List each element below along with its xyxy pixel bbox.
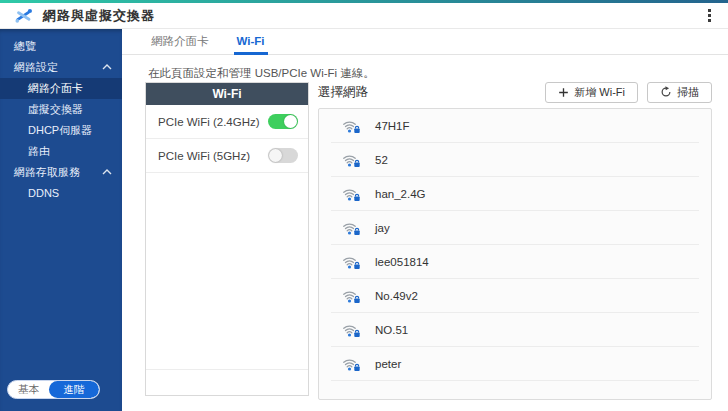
network-ssid: han_2.4G [375,188,426,200]
adapter-toggle[interactable] [268,148,298,163]
tab-wifi[interactable]: Wi-Fi [234,29,268,55]
sidebar-item-label: 總覽 [14,40,36,52]
adapter-toggle[interactable] [268,114,298,129]
page-title: 網路與虛擬交換器 [43,7,155,25]
network-row[interactable]: No.49v2 [319,279,711,313]
network-panel-header: 選擇網路 新增 Wi-Fi 掃描 [318,80,712,104]
network-row[interactable]: NO.51 [319,313,711,347]
network-ssid: No.49v2 [375,290,418,302]
network-ssid: peter [375,358,401,370]
wifi-secured-icon [343,254,361,270]
sidebar: 總覽 網路設定 網路介面卡 虛擬交換器 DHCP伺服器 路由 網路存取服務 DD… [0,29,122,411]
lock-badge-icon [354,160,359,167]
sidebar-item-ddns[interactable]: DDNS [0,183,122,204]
network-panel-title: 選擇網路 [318,84,368,101]
scan-refresh-icon [660,86,672,98]
plus-icon [558,87,569,98]
wifi-secured-icon [343,356,361,372]
lock-badge-icon [354,364,359,371]
network-select-panel: 選擇網路 新增 Wi-Fi 掃描 [318,80,712,400]
sidebar-item-label: DHCP伺服器 [28,124,92,136]
tab-bar: 網路介面卡 Wi-Fi [122,29,728,55]
sidebar-item-虛擬交換器[interactable]: 虛擬交換器 [0,99,122,120]
kebab-menu-icon[interactable] [702,7,716,25]
chevron-up-icon [102,64,112,70]
network-ssid: NO.51 [375,324,408,336]
sidebar-item-網路設定[interactable]: 網路設定 [0,57,122,78]
network-list: 47H1F 52 [318,108,712,400]
add-wifi-button[interactable]: 新增 Wi-Fi [545,82,638,103]
wifi-secured-icon [343,118,361,134]
sidebar-item-label: 路由 [28,145,50,157]
adapter-name: PCIe WiFi (2.4GHz) [158,116,260,128]
wifi-secured-icon [343,186,361,202]
lock-badge-icon [354,126,359,133]
sidebar-item-dhcp伺服器[interactable]: DHCP伺服器 [0,120,122,141]
sidebar-item-label: 網路設定 [14,61,58,73]
wifi-adapter-panel: Wi-Fi PCIe WiFi (2.4GHz) PCIe WiFi (5GHz… [145,82,309,396]
main-content: 網路介面卡 Wi-Fi 在此頁面設定和管理 USB/PCIe Wi-Fi 連線。… [122,29,728,411]
wifi-secured-icon [343,288,361,304]
network-panel-actions: 新增 Wi-Fi 掃描 [545,82,712,103]
app-window: 網路與虛擬交換器 總覽 網路設定 網路介面卡 虛擬交換器 DHCP伺服器 路由 … [0,0,728,411]
mode-advanced-button[interactable]: 進階 [49,381,99,398]
scan-label: 掃描 [677,85,699,100]
add-wifi-label: 新增 Wi-Fi [574,85,625,100]
wifi-secured-icon [343,152,361,168]
network-row[interactable]: 52 [319,143,711,177]
network-ssid: 52 [375,154,388,166]
sidebar-item-網路介面卡[interactable]: 網路介面卡 [0,78,122,99]
sidebar-item-label: DDNS [28,187,59,199]
sidebar-menu: 總覽 網路設定 網路介面卡 虛擬交換器 DHCP伺服器 路由 網路存取服務 DD… [0,29,122,204]
lock-badge-icon [354,262,359,269]
mode-toggle: 基本 進階 [7,380,100,399]
scan-button[interactable]: 掃描 [647,82,712,103]
app-logo-icon [14,6,34,26]
adapter-row: PCIe WiFi (5GHz) [146,139,308,173]
wifi-secured-icon [343,220,361,236]
wifi-secured-icon [343,322,361,338]
network-row[interactable]: jay [319,211,711,245]
network-ssid: jay [375,222,390,234]
sidebar-item-總覽[interactable]: 總覽 [0,36,122,57]
top-bar: 網路與虛擬交換器 [0,3,728,29]
lock-badge-icon [354,194,359,201]
mode-basic-button[interactable]: 基本 [8,381,49,398]
sidebar-item-路由[interactable]: 路由 [0,141,122,162]
lock-badge-icon [354,228,359,235]
sidebar-item-label: 網路介面卡 [28,82,83,94]
network-row[interactable]: lee051814 [319,245,711,279]
sidebar-item-網路存取服務[interactable]: 網路存取服務 [0,162,122,183]
lock-badge-icon [354,330,359,337]
sidebar-item-label: 虛擬交換器 [28,103,83,115]
sidebar-item-label: 網路存取服務 [14,166,80,178]
wifi-panel-footer [146,369,308,395]
network-ssid: 47H1F [375,120,410,132]
wifi-panel-header: Wi-Fi [146,83,308,105]
network-row[interactable]: peter [319,347,711,381]
lock-badge-icon [354,296,359,303]
adapter-name: PCIe WiFi (5GHz) [158,150,250,162]
network-row[interactable]: 47H1F [319,109,711,143]
network-row[interactable]: han_2.4G [319,177,711,211]
adapter-row: PCIe WiFi (2.4GHz) [146,105,308,139]
tab-network-interface[interactable]: 網路介面卡 [148,29,212,55]
chevron-up-icon [102,169,112,175]
network-ssid: lee051814 [375,256,429,268]
adapter-list: PCIe WiFi (2.4GHz) PCIe WiFi (5GHz) [146,105,308,173]
page-description: 在此頁面設定和管理 USB/PCIe Wi-Fi 連線。 [148,66,728,81]
